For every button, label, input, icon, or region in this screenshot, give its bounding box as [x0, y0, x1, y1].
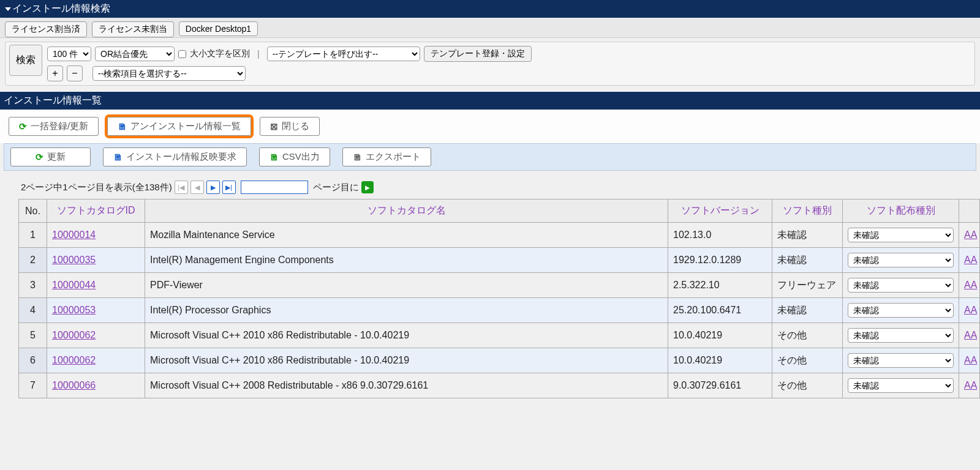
per-page-select[interactable]: 100 件 [47, 47, 91, 61]
catalog-id-link[interactable]: 10000035 [52, 255, 96, 265]
pager-status: 2ページ中1ページ目を表示(全138件) [21, 182, 172, 193]
divider: | [257, 49, 260, 59]
extra-link[interactable]: AA [964, 255, 977, 265]
row-no: 4 [19, 298, 47, 323]
toolbar: ⟳ 更新 🗎 インストール情報反映要求 🗎 CSV出力 🗎 エクスポート [4, 143, 976, 171]
search-section-header[interactable]: インストール情報検索 [0, 0, 980, 18]
catalog-id-link[interactable]: 10000066 [52, 380, 96, 390]
extra-link[interactable]: AA [964, 280, 977, 290]
col-version[interactable]: ソフトバージョン [668, 200, 772, 223]
dist-select[interactable]: 未確認 [848, 253, 954, 267]
reflect-request-button[interactable]: 🗎 インストール情報反映要求 [103, 147, 247, 166]
uninstall-list-button[interactable]: 🗎 アンインストール情報一覧 [107, 117, 251, 136]
extra-link[interactable]: AA [964, 355, 977, 365]
tab-license-assigned[interactable]: ライセンス割当済 [5, 21, 87, 37]
bulk-register-label: 一括登録/更新 [31, 121, 88, 132]
row-catalog-id: 10000062 [47, 348, 145, 373]
close-icon: ⊠ [270, 121, 278, 132]
table-header-row: No. ソフトカタログID ソフトカタログ名 ソフトバージョン ソフト種別 ソフ… [19, 200, 980, 223]
row-extra: AA [959, 298, 980, 323]
extra-link[interactable]: AA [964, 305, 977, 315]
row-catalog-id: 10000035 [47, 248, 145, 273]
row-extra: AA [959, 223, 980, 248]
document-icon: 🗎 [113, 152, 123, 162]
page-number-input[interactable] [241, 181, 308, 194]
catalog-id-link[interactable]: 10000062 [52, 355, 96, 365]
case-sensitive-checkbox[interactable] [178, 50, 186, 58]
table-row: 410000053Intel(R) Processor Graphics25.2… [19, 298, 980, 323]
search-section-title: インストール情報検索 [12, 2, 110, 15]
collapse-icon [5, 7, 11, 11]
search-field-select[interactable]: --検索項目を選択する-- [92, 66, 246, 81]
export-label: エクスポート [366, 151, 421, 163]
row-catalog-name: Microsoft Visual C++ 2010 x86 Redistribu… [145, 323, 668, 348]
row-type: その他 [772, 373, 843, 398]
row-no: 6 [19, 348, 47, 373]
col-extra[interactable] [959, 200, 980, 223]
row-extra: AA [959, 248, 980, 273]
pager-next-button[interactable]: ▶ [206, 181, 220, 194]
dist-select[interactable]: 未確認 [848, 278, 954, 293]
catalog-id-link[interactable]: 10000053 [52, 305, 96, 315]
catalog-id-link[interactable]: 10000014 [52, 229, 96, 240]
refresh-icon: ⟳ [36, 152, 43, 163]
dist-select[interactable]: 未確認 [848, 378, 954, 393]
row-dist: 未確認 [843, 248, 959, 273]
col-catalog-id[interactable]: ソフトカタログID [47, 200, 145, 223]
row-no: 5 [19, 323, 47, 348]
table-row: 510000062Microsoft Visual C++ 2010 x86 R… [19, 323, 980, 348]
reflect-label: インストール情報反映要求 [126, 151, 236, 163]
dist-select[interactable]: 未確認 [848, 353, 954, 368]
tab-license-unassigned[interactable]: ライセンス未割当 [92, 21, 174, 37]
row-type: フリーウェア [772, 273, 843, 298]
dist-select[interactable]: 未確認 [848, 303, 954, 318]
extra-link[interactable]: AA [964, 229, 977, 240]
catalog-id-link[interactable]: 10000062 [52, 330, 96, 340]
extra-link[interactable]: AA [964, 330, 977, 340]
csv-label: CSV出力 [282, 151, 320, 163]
table-row: 210000035Intel(R) Management Engine Comp… [19, 248, 980, 273]
col-dist[interactable]: ソフト配布種別 [843, 200, 959, 223]
dist-select[interactable]: 未確認 [848, 228, 954, 242]
row-catalog-name: Microsoft Visual C++ 2010 x86 Redistribu… [145, 348, 668, 373]
extra-link[interactable]: AA [964, 380, 977, 390]
csv-export-button[interactable]: 🗎 CSV出力 [259, 147, 330, 166]
col-catalog-name[interactable]: ソフトカタログ名 [145, 200, 668, 223]
pager-last-button[interactable]: ▶| [222, 181, 236, 194]
table-row: 310000044PDF-Viewer2.5.322.10フリーウェア未確認AA [19, 273, 980, 298]
dist-select[interactable]: 未確認 [848, 328, 954, 343]
document-icon: 🗎 [118, 121, 127, 132]
row-version: 1929.12.0.1289 [668, 248, 772, 273]
case-sensitive-label: 大小文字を区別 [190, 48, 250, 59]
row-catalog-id: 10000066 [47, 373, 145, 398]
refresh-button[interactable]: ⟳ 更新 [10, 147, 91, 166]
action-bar: ⟳ 一括登録/更新 🗎 アンインストール情報一覧 ⊠ 閉じる [0, 110, 980, 143]
export-button[interactable]: 🗎 エクスポート [342, 147, 431, 166]
table-row: 710000066Microsoft Visual C++ 2008 Redis… [19, 373, 980, 398]
row-catalog-id: 10000053 [47, 298, 145, 323]
row-type: 未確認 [772, 223, 843, 248]
pager-go-button[interactable]: ▶ [361, 181, 374, 193]
add-condition-button[interactable]: + [47, 65, 63, 81]
row-catalog-name: Intel(R) Processor Graphics [145, 298, 668, 323]
catalog-id-link[interactable]: 10000044 [52, 280, 96, 290]
template-register-button[interactable]: テンプレート登録・設定 [424, 46, 532, 62]
remove-condition-button[interactable]: − [67, 65, 83, 81]
template-call-select[interactable]: --テンプレートを呼び出す-- [267, 47, 420, 61]
close-button[interactable]: ⊠ 閉じる [260, 117, 320, 136]
search-button[interactable]: 検索 [9, 45, 42, 76]
pager-first-button[interactable]: |◀ [175, 181, 188, 194]
row-catalog-id: 10000014 [47, 223, 145, 248]
row-extra: AA [959, 348, 980, 373]
row-extra: AA [959, 373, 980, 398]
bulk-register-button[interactable]: ⟳ 一括登録/更新 [9, 117, 99, 136]
table-row: 110000014Mozilla Maintenance Service102.… [19, 223, 980, 248]
tab-docker-desktop[interactable]: Docker Desktop1 [179, 21, 258, 36]
pager-prev-button[interactable]: ◀ [190, 181, 204, 194]
row-dist: 未確認 [843, 373, 959, 398]
combine-select[interactable]: OR結合優先 [95, 47, 175, 61]
row-extra: AA [959, 323, 980, 348]
col-type[interactable]: ソフト種別 [772, 200, 843, 223]
row-version: 2.5.322.10 [668, 273, 772, 298]
export-icon: 🗎 [353, 152, 362, 162]
